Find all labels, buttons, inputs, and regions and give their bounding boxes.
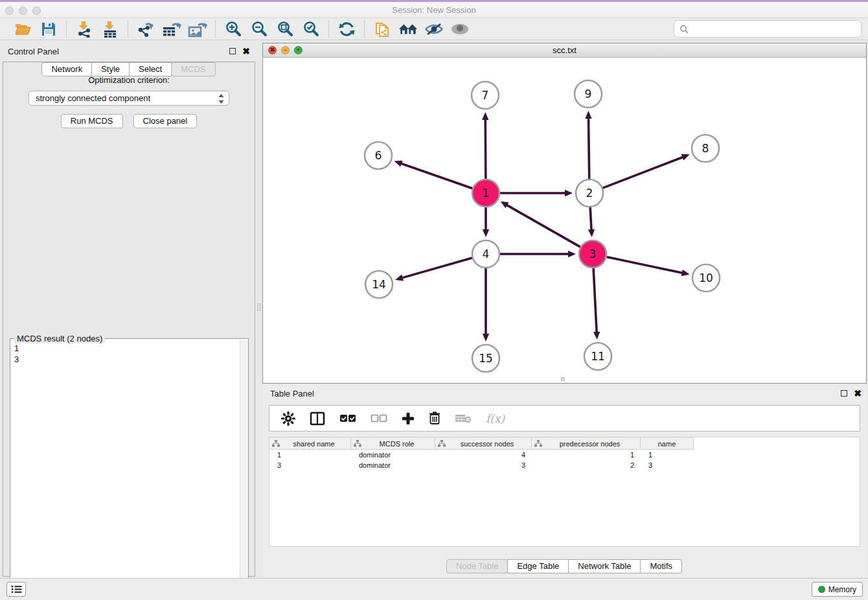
edge-4-3[interactable] <box>500 251 576 257</box>
search-input[interactable] <box>689 24 861 34</box>
node-4[interactable]: 4 <box>472 240 499 268</box>
network-maximize-icon[interactable]: + <box>294 46 303 54</box>
import-network-button[interactable] <box>74 20 94 38</box>
column-header-name[interactable]: name <box>641 437 694 450</box>
node-11[interactable]: 11 <box>584 343 611 370</box>
edge-2-3[interactable] <box>588 207 595 237</box>
export-network-button[interactable] <box>136 20 155 38</box>
optimization-criterion-select[interactable]: strongly connected component <box>29 91 229 106</box>
export-table-button[interactable] <box>162 20 181 38</box>
table-tab-motifs[interactable]: Motifs <box>640 559 682 573</box>
tab-select[interactable]: Select <box>129 62 172 76</box>
settings-button[interactable] <box>281 411 295 426</box>
close-table-panel-icon[interactable]: ✖ <box>854 390 862 397</box>
network-window-titlebar[interactable]: ✖ – + scc.txt <box>263 43 866 58</box>
mcds-result-line: 1 <box>14 343 235 354</box>
zoom-window-icon[interactable] <box>32 6 41 15</box>
close-panel-icon[interactable]: ✖ <box>242 48 250 54</box>
table-panel-title: Table Panel <box>262 389 841 398</box>
edge-1-7[interactable] <box>482 112 488 179</box>
edge-3-11[interactable] <box>593 268 600 340</box>
edge-3-10[interactable] <box>607 257 690 277</box>
zoom-fit-icon <box>277 20 294 38</box>
column-header-predecessor-nodes[interactable]: predecessor nodes <box>532 437 641 450</box>
column-hierarchy-icon <box>354 440 361 447</box>
network-resize-handle[interactable] <box>561 377 565 381</box>
column-header-shared-name[interactable]: shared name <box>269 437 351 450</box>
edge-2-9[interactable] <box>585 111 591 179</box>
network-close-icon[interactable]: ✖ <box>268 46 277 54</box>
edge-1-4[interactable] <box>483 207 489 237</box>
zoom-selected-button[interactable] <box>301 20 321 38</box>
column-header-MCDS-role[interactable]: MCDS role <box>351 437 435 450</box>
edge-3-1[interactable] <box>501 202 580 247</box>
task-history-button[interactable] <box>6 582 26 597</box>
table-tab-network-table[interactable]: Network Table <box>568 559 641 573</box>
open-button[interactable] <box>13 20 32 38</box>
control-panel-header: Control Panel ✖ <box>3 44 255 58</box>
table-tab-edge-table[interactable]: Edge Table <box>507 559 569 573</box>
tab-style[interactable]: Style <box>91 62 130 76</box>
delete-table-button[interactable] <box>455 413 472 424</box>
edge-1-2[interactable] <box>500 190 573 196</box>
memory-button[interactable]: Memory <box>812 582 863 597</box>
save-button[interactable] <box>39 20 58 38</box>
float-table-panel-icon[interactable] <box>841 390 847 397</box>
add-button[interactable] <box>402 412 415 425</box>
mcds-result-list[interactable]: 13 <box>10 340 239 583</box>
node-2[interactable]: 2 <box>576 179 603 207</box>
refresh-button[interactable] <box>337 20 356 38</box>
copy-share-button[interactable] <box>372 20 392 38</box>
control-panel-tabs: NetworkStyleSelectMCDS <box>3 62 255 76</box>
column-view-icon <box>310 411 325 426</box>
function-button[interactable]: f(x) <box>486 412 505 425</box>
close-panel-button[interactable]: Close panel <box>133 114 198 128</box>
search-field <box>674 20 862 38</box>
edge-2-8[interactable] <box>603 154 690 188</box>
close-window-icon[interactable] <box>5 6 14 15</box>
float-panel-icon[interactable] <box>229 48 236 54</box>
node-1[interactable]: 1 <box>472 179 499 207</box>
node-9[interactable]: 9 <box>575 80 602 108</box>
zoom-out-button[interactable] <box>249 20 269 38</box>
result-scrollbar[interactable] <box>240 340 248 583</box>
svg-text:7: 7 <box>482 89 489 102</box>
hide-details-button[interactable] <box>424 20 444 38</box>
edge-1-6[interactable] <box>394 161 473 189</box>
zoom-in-button[interactable] <box>223 20 243 38</box>
select-all-button[interactable] <box>339 414 356 423</box>
minimize-window-icon[interactable] <box>19 6 27 15</box>
list-icon <box>11 585 22 594</box>
table-tab-node-table[interactable]: Node Table <box>446 559 508 573</box>
export-image-button[interactable] <box>188 20 207 38</box>
node-8[interactable]: 8 <box>692 135 719 162</box>
run-mcds-button[interactable]: Run MCDS <box>61 114 123 128</box>
zoom-fit-button[interactable] <box>275 20 295 38</box>
node-6[interactable]: 6 <box>365 142 392 169</box>
node-10[interactable]: 10 <box>692 264 720 292</box>
column-view-button[interactable] <box>310 411 325 426</box>
table-row[interactable]: 1dominator411 <box>269 450 860 460</box>
edge-4-15[interactable] <box>483 268 489 341</box>
tab-network[interactable]: Network <box>41 62 92 76</box>
delete-button[interactable] <box>429 411 440 425</box>
table-row[interactable]: 3dominator323 <box>269 460 860 470</box>
show-details-icon <box>450 22 470 36</box>
show-details-button[interactable] <box>450 20 470 38</box>
deselect-all-button[interactable] <box>371 414 387 423</box>
tab-mcds[interactable]: MCDS <box>171 62 215 76</box>
edge-4-14[interactable] <box>395 258 472 281</box>
node-3[interactable]: 3 <box>579 240 606 268</box>
import-table-button[interactable] <box>100 20 120 38</box>
deselect-all-icon <box>371 414 387 423</box>
network-canvas[interactable]: 1234678910111415 <box>263 58 866 383</box>
node-7[interactable]: 7 <box>472 82 499 109</box>
network-minimize-icon[interactable]: – <box>281 46 290 54</box>
node-14[interactable]: 14 <box>365 271 393 298</box>
os-titlebar: Session: New Session <box>0 0 868 18</box>
home-button[interactable] <box>398 20 418 38</box>
node-15[interactable]: 15 <box>472 345 499 372</box>
panel-splitter-handle[interactable] <box>257 303 261 311</box>
column-header-successor-nodes[interactable]: successor nodes <box>435 437 532 450</box>
delete-icon <box>429 411 440 425</box>
